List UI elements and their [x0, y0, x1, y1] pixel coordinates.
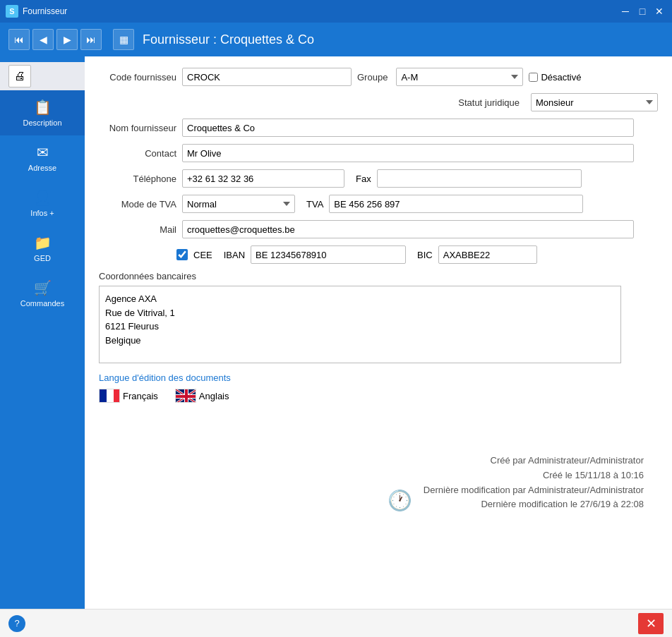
- cee-iban-row: CEE IBAN BIC: [99, 245, 658, 264]
- sidebar-item-commandes[interactable]: 🛒 Commandes: [0, 271, 85, 316]
- contact-input[interactable]: [182, 144, 634, 162]
- sidebar-label-ged: GED: [34, 254, 51, 262]
- lang-flags: Français: [99, 389, 658, 403]
- contact-label: Contact: [99, 148, 176, 159]
- lang-fr-item[interactable]: Français: [99, 389, 158, 403]
- telephone-input[interactable]: [182, 169, 344, 188]
- history-icon[interactable]: 🕐: [388, 489, 412, 512]
- main-layout: 🖨 📋 Description ✉ Adresse 👤 Infos + 📁 GE…: [0, 56, 672, 609]
- statut-label: Statut juridique: [458, 97, 520, 108]
- prev-record-button[interactable]: ◀: [32, 29, 54, 50]
- header-title: Fournisseur : Croquettes & Co: [143, 32, 314, 47]
- french-flag-icon: [99, 389, 120, 403]
- nom-label: Nom fournisseur: [99, 123, 176, 133]
- modified-by: Dernière modification par Administrateur…: [424, 483, 644, 498]
- groupe-label: Groupe: [357, 72, 388, 83]
- last-record-button[interactable]: ⏭: [80, 29, 102, 50]
- lang-en-item[interactable]: Anglais: [175, 389, 229, 403]
- titlebar: S Fournisseur ─ □ ✕: [0, 0, 672, 23]
- adresse-icon: ✉: [37, 144, 49, 161]
- ged-icon: 📁: [34, 234, 52, 251]
- tva-row: Mode de TVA Normal Exonéré Intracommunau…: [99, 195, 658, 213]
- mode-tva-select-wrapper: Normal Exonéré Intracommunautaire: [182, 195, 295, 213]
- tel-fax-row: Téléphone Fax: [99, 169, 658, 188]
- statut-select[interactable]: Monsieur Madame Société SPRL SA: [531, 93, 658, 111]
- lang-en-label: Anglais: [199, 391, 229, 401]
- svg-rect-1: [107, 389, 114, 403]
- bic-input[interactable]: [438, 245, 537, 264]
- mode-tva-label: Mode de TVA: [99, 199, 176, 210]
- contact-row: Contact: [99, 144, 658, 162]
- langue-label: Langue d'édition des documents: [99, 372, 658, 383]
- close-window-button[interactable]: ✕: [652, 4, 666, 18]
- fax-label: Fax: [356, 174, 371, 184]
- sidebar-label-infos: Infos +: [30, 209, 54, 217]
- sidebar-label-adresse: Adresse: [28, 164, 56, 172]
- sidebar-item-adresse[interactable]: ✉ Adresse: [0, 135, 85, 181]
- iban-input[interactable]: [251, 245, 406, 264]
- print-button[interactable]: 🖨: [8, 65, 31, 87]
- maximize-button[interactable]: □: [635, 4, 649, 18]
- desactive-area: Désactivé: [529, 72, 581, 83]
- created-by: Créé par Administrateur/Administrator: [424, 454, 644, 468]
- sidebar-label-commandes: Commandes: [20, 299, 64, 308]
- groupe-select-wrapper: A-M N-Z Autre: [396, 68, 523, 86]
- modified-date: Dernière modification le 27/6/19 à 22:08: [424, 497, 644, 512]
- sidebar-item-description[interactable]: 📋 Description: [0, 90, 85, 135]
- coordonnees-textarea[interactable]: Agence AXA Rue de Vitrival, 1 6121 Fleur…: [99, 286, 621, 363]
- code-groupe-row: Code fournisseu Groupe A-M N-Z Autre Dés…: [99, 68, 658, 86]
- next-record-button[interactable]: ▶: [56, 29, 78, 50]
- tva-label: TVA: [306, 199, 323, 210]
- cee-checkbox[interactable]: [176, 249, 188, 260]
- layout-button[interactable]: ▦: [113, 29, 134, 50]
- status-bar: ? ✕: [0, 609, 672, 637]
- mode-tva-select[interactable]: Normal Exonéré Intracommunautaire: [182, 195, 295, 213]
- svg-rect-11: [176, 395, 196, 398]
- close-action-button[interactable]: ✕: [638, 613, 664, 634]
- created-date: Créé le 15/11/18 à 10:16: [424, 468, 644, 483]
- desactive-label: Désactivé: [541, 72, 581, 83]
- commandes-icon: 🛒: [34, 279, 52, 296]
- window-title: Fournisseur: [23, 6, 618, 16]
- toolbar-row: 🖨: [0, 62, 85, 90]
- svg-rect-0: [100, 389, 107, 403]
- coordonnees-section: Coordonnées bancaires Agence AXA Rue de …: [99, 271, 658, 365]
- groupe-select[interactable]: A-M N-Z Autre: [396, 68, 523, 86]
- fax-input[interactable]: [377, 169, 582, 188]
- header-toolbar: ⏮ ◀ ▶ ⏭ ▦ Fournisseur : Croquettes & Co: [0, 23, 672, 56]
- window-controls: ─ □ ✕: [618, 4, 666, 18]
- tva-input[interactable]: [329, 195, 583, 213]
- lang-fr-label: Français: [123, 391, 158, 401]
- uk-flag-icon: [175, 389, 196, 403]
- statut-row: Statut juridique Monsieur Madame Société…: [99, 93, 658, 111]
- iban-label: IBAN: [224, 250, 245, 260]
- form-content: Code fournisseu Groupe A-M N-Z Autre Dés…: [85, 56, 672, 609]
- content-area: Code fournisseu Groupe A-M N-Z Autre Dés…: [85, 56, 672, 609]
- first-record-button[interactable]: ⏮: [8, 29, 30, 50]
- sidebar-label-description: Description: [23, 119, 61, 127]
- description-icon: 📋: [34, 99, 52, 116]
- cee-label: CEE: [193, 250, 212, 260]
- nom-input[interactable]: [182, 119, 634, 137]
- statut-select-wrapper: Monsieur Madame Société SPRL SA: [531, 93, 658, 111]
- mail-input[interactable]: [182, 220, 634, 238]
- info-bottom: 🕐 Créé par Administrateur/Administrator …: [99, 445, 658, 521]
- sidebar-item-ged[interactable]: 📁 GED: [0, 226, 85, 271]
- minimize-button[interactable]: ─: [618, 4, 632, 18]
- sidebar: 🖨 📋 Description ✉ Adresse 👤 Infos + 📁 GE…: [0, 56, 85, 609]
- help-button[interactable]: ?: [8, 615, 25, 632]
- nom-row: Nom fournisseur: [99, 119, 658, 137]
- app-icon: S: [6, 5, 18, 18]
- coordonnees-label: Coordonnées bancaires: [99, 271, 658, 281]
- language-section: Langue d'édition des documents Français: [99, 372, 658, 403]
- mail-row: Mail: [99, 220, 658, 238]
- code-input[interactable]: [182, 68, 352, 86]
- infos-icon: 👤: [34, 189, 52, 206]
- bic-label: BIC: [417, 250, 433, 260]
- mail-label: Mail: [99, 224, 176, 235]
- sidebar-item-infos[interactable]: 👤 Infos +: [0, 181, 85, 226]
- desactive-checkbox[interactable]: [529, 73, 538, 82]
- svg-rect-2: [114, 389, 120, 403]
- info-text: Créé par Administrateur/Administrator Cr…: [424, 454, 644, 512]
- telephone-label: Téléphone: [99, 174, 176, 184]
